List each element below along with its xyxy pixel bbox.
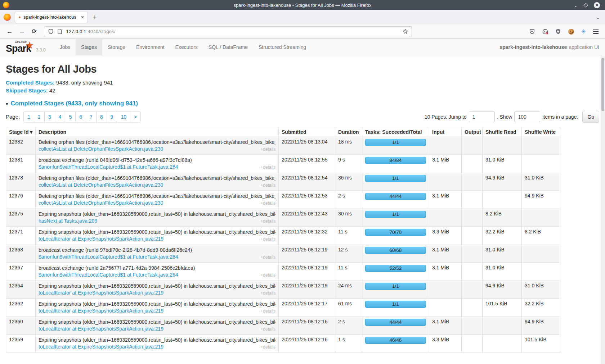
stage-id-cell: 12376 — [6, 191, 36, 209]
table-header-row: Stage Id ▾DescriptionSubmittedDurationTa… — [6, 127, 560, 137]
shuffle-write-cell: 94.9 KiB — [522, 317, 560, 335]
pocket-icon[interactable] — [529, 29, 535, 35]
page-button-1[interactable]: 1 — [23, 111, 34, 123]
ublock-shield-icon[interactable] — [555, 29, 561, 35]
stage-detail-link[interactable]: toLocalIterator at ExpireSnapshotsSparkA… — [39, 290, 163, 296]
details-toggle[interactable]: +details — [260, 236, 275, 243]
bookmark-star-icon[interactable] — [402, 29, 408, 35]
stage-detail-link[interactable]: $anonfun$withThreadLocalCaptured$1 at Fu… — [39, 272, 178, 278]
description-cell: Expiring snapshots (older_than=166932055… — [36, 209, 279, 227]
nav-item-executors[interactable]: Executors — [170, 39, 203, 55]
details-toggle[interactable]: +details — [260, 146, 275, 153]
jump-to-page-input[interactable] — [469, 111, 495, 122]
nav-item-environment[interactable]: Environment — [131, 39, 170, 55]
nav-item-jobs[interactable]: Jobs — [54, 39, 76, 55]
nav-item-stages[interactable]: Stages — [76, 39, 102, 55]
stage-detail-link[interactable]: toLocalIterator at ExpireSnapshotsSparkA… — [39, 343, 163, 350]
description-cell: Expiring snapshots (older_than=166932055… — [36, 335, 279, 353]
shuffle-read-cell: 31.0 KiB — [483, 245, 522, 263]
input-cell — [429, 281, 462, 299]
description-text: Expiring snapshots (older_than=166932055… — [39, 301, 275, 308]
cookie-icon[interactable] — [568, 29, 574, 35]
nav-item-sql-dataframe[interactable]: SQL / DataFrame — [203, 39, 253, 55]
back-button[interactable]: ← — [6, 28, 13, 35]
stage-detail-link[interactable]: collectAsList at DeleteOrphanFilesSparkA… — [39, 146, 163, 153]
description-line2: toLocalIterator at ExpireSnapshotsSparkA… — [39, 290, 275, 297]
spark-logo[interactable]: APACHESpark★ 3.3.0 — [0, 39, 49, 55]
details-toggle[interactable]: +details — [260, 164, 275, 171]
details-toggle[interactable]: +details — [260, 272, 275, 279]
collapse-caret-icon: ▾ — [6, 101, 8, 106]
description-line2: $anonfun$withThreadLocalCaptured$1 at Fu… — [39, 164, 275, 171]
description-text: Expiring snapshots (older_than=166932055… — [39, 319, 275, 326]
maximize-icon[interactable] — [583, 3, 588, 8]
shuffle-write-cell: 31.0 KiB — [522, 281, 560, 299]
details-toggle[interactable]: +details — [260, 200, 275, 207]
page-label: Page: — [6, 114, 20, 120]
description-line2: collectAsList at DeleteOrphanFilesSparkA… — [39, 146, 275, 153]
browser-tab[interactable]: ✦ spark-ingest-into-lakehous ✕ — [15, 12, 87, 23]
column-header-0[interactable]: Stage Id ▾ — [6, 127, 36, 137]
extension-asterisk-icon[interactable]: ✳ — [581, 29, 586, 35]
stage-detail-link[interactable]: toLocalIterator at ExpireSnapshotsSparkA… — [39, 308, 163, 314]
skipped-stages-link[interactable]: Skipped Stages: — [6, 87, 48, 94]
duration-cell: 2 s — [335, 317, 362, 335]
page-button-8[interactable]: 8 — [96, 111, 107, 123]
stage-detail-link[interactable]: toLocalIterator at ExpireSnapshotsSparkA… — [39, 236, 163, 242]
tab-close-icon[interactable]: ✕ — [81, 15, 84, 20]
forward-button[interactable]: → — [19, 28, 25, 35]
details-toggle[interactable]: +details — [260, 218, 275, 225]
tasks-cell: 1/1 — [362, 299, 429, 317]
address-bar[interactable]: 127.0.0.1:4040/stages/ — [44, 26, 412, 37]
details-toggle[interactable]: +details — [260, 290, 275, 297]
items-per-page-input[interactable] — [514, 111, 540, 122]
page-button-4[interactable]: 4 — [55, 111, 66, 123]
output-cell — [462, 299, 483, 317]
stage-detail-link[interactable]: $anonfun$withThreadLocalCaptured$1 at Fu… — [39, 254, 178, 260]
page-button-10[interactable]: 10 — [117, 111, 130, 123]
page-button-7[interactable]: 7 — [86, 111, 97, 123]
vertical-scrollbar[interactable] — [601, 56, 605, 364]
account-mask-icon[interactable] — [542, 29, 548, 35]
details-toggle[interactable]: +details — [260, 254, 275, 261]
page-button-5[interactable]: 5 — [65, 111, 76, 123]
page-info-icon[interactable] — [57, 29, 63, 35]
details-toggle[interactable]: +details — [260, 326, 275, 333]
window-title: spark-ingest-into-lakehouse - Stages for… — [0, 3, 605, 8]
details-toggle[interactable]: +details — [260, 344, 275, 351]
stage-detail-link[interactable]: $anonfun$withThreadLocalCaptured$1 at Fu… — [39, 164, 178, 170]
spark-version: 3.3.0 — [36, 47, 46, 53]
scrollbar-thumb[interactable] — [601, 58, 604, 111]
tracking-shield-icon[interactable] — [48, 29, 54, 35]
new-tab-button[interactable]: + — [93, 14, 97, 21]
page-button-2[interactable]: 2 — [34, 111, 45, 123]
page-button-3[interactable]: 3 — [44, 111, 55, 123]
list-tabs-chevron-icon[interactable]: ⌄ — [596, 15, 600, 20]
minimize-icon[interactable]: ⌄ — [574, 3, 578, 8]
tasks-progress-bar: 1/1 — [365, 301, 426, 308]
stage-detail-link[interactable]: collectAsList at DeleteOrphanFilesSparkA… — [39, 200, 163, 206]
completed-stages-section-header[interactable]: ▾ Completed Stages (9433, only showing 9… — [6, 100, 599, 107]
page-button-6[interactable]: 6 — [75, 111, 86, 123]
go-button[interactable]: Go — [582, 111, 599, 123]
firefox-view-icon[interactable] — [4, 14, 11, 21]
stage-id-cell: 12381 — [6, 155, 36, 173]
stage-detail-link[interactable]: hasNext at Tasks.java:209 — [39, 218, 97, 224]
stage-id-cell: 12371 — [6, 227, 36, 245]
nav-item-structured-streaming[interactable]: Structured Streaming — [253, 39, 312, 55]
nav-item-storage[interactable]: Storage — [102, 39, 131, 55]
stage-detail-link[interactable]: toLocalIterator at ExpireSnapshotsSparkA… — [39, 326, 163, 332]
reload-button[interactable]: ⟳ — [32, 28, 37, 35]
next-page-button[interactable]: > — [130, 111, 141, 123]
window-close-icon[interactable]: ✕ — [594, 2, 600, 8]
details-toggle[interactable]: +details — [260, 182, 275, 189]
description-line2: hasNext at Tasks.java:209+details — [39, 218, 275, 225]
completed-stages-link[interactable]: Completed Stages: — [6, 79, 55, 86]
page-button-9[interactable]: 9 — [107, 111, 117, 123]
submitted-cell: 2022/11/25 08:12:43 — [279, 209, 335, 227]
description-line2: $anonfun$withThreadLocalCaptured$1 at Fu… — [39, 272, 275, 279]
details-toggle[interactable]: +details — [260, 308, 275, 315]
tasks-progress-bar: 46/46 — [365, 337, 426, 344]
menu-hamburger-icon[interactable] — [593, 29, 599, 34]
stage-detail-link[interactable]: collectAsList at DeleteOrphanFilesSparkA… — [39, 182, 163, 188]
